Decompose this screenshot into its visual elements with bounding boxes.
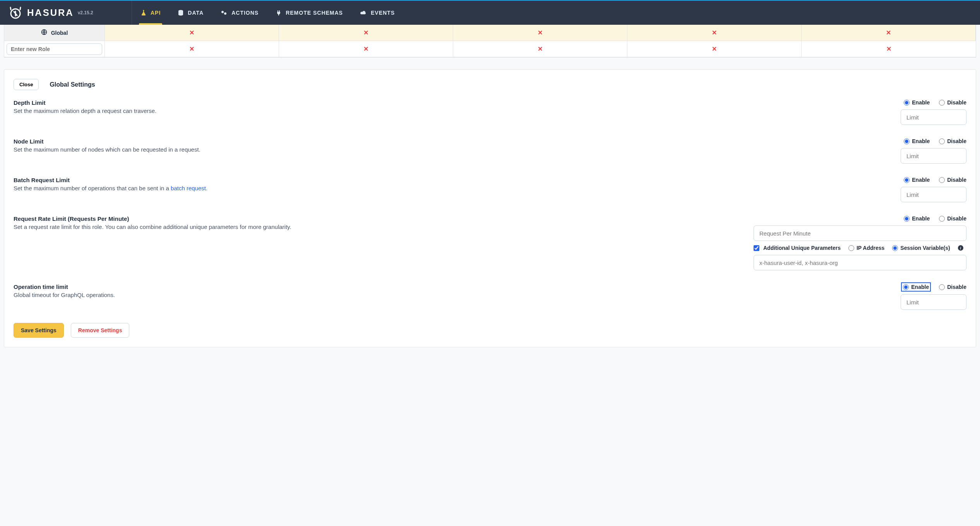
new-role-cell-5[interactable]: ✕ <box>802 41 976 57</box>
setting-op-time-limit: Operation time limit Global timeout for … <box>14 283 966 310</box>
nav-data-label: DATA <box>188 10 204 16</box>
svg-point-3 <box>224 12 226 15</box>
setting-batch-limit: Batch Request Limit Set the maximum numb… <box>14 177 966 202</box>
ip-address-radio[interactable]: IP Address <box>848 245 884 251</box>
cross-icon: ✕ <box>538 45 543 53</box>
batch-enable-radio[interactable]: Enable <box>904 177 930 183</box>
global-settings-card: Close Global Settings Depth Limit Set th… <box>4 69 976 347</box>
nav-remote-schemas-label: REMOTE SCHEMAS <box>286 10 343 16</box>
nav-events[interactable]: EVENTS <box>351 1 403 25</box>
cross-icon: ✕ <box>363 29 368 36</box>
global-cell-3[interactable]: ✕ <box>453 25 627 41</box>
top-nav: HASURA v2.15.2 API DATA ACTIONS REMOTE S… <box>0 0 980 25</box>
optime-enable-radio[interactable]: Enable <box>902 283 930 290</box>
depth-limit-title: Depth Limit <box>14 99 901 106</box>
plug-icon <box>276 10 282 16</box>
nav-actions-label: ACTIONS <box>231 10 259 16</box>
new-role-cell-4[interactable]: ✕ <box>627 41 802 57</box>
database-icon <box>178 10 184 16</box>
enable-label: Enable <box>912 99 930 106</box>
cross-icon: ✕ <box>886 29 891 36</box>
cross-icon: ✕ <box>538 29 543 36</box>
disable-label: Disable <box>947 284 966 290</box>
cross-icon: ✕ <box>189 45 194 53</box>
batch-request-link[interactable]: batch request. <box>171 185 207 191</box>
brand-name: HASURA <box>27 7 74 18</box>
optime-limit-input[interactable] <box>901 294 966 310</box>
new-role-cell <box>4 41 105 57</box>
disable-label: Disable <box>947 138 966 144</box>
close-button[interactable]: Close <box>14 79 39 90</box>
node-enable-radio[interactable]: Enable <box>904 138 930 144</box>
optime-disable-radio[interactable]: Disable <box>939 284 966 290</box>
new-role-input[interactable] <box>7 43 102 55</box>
flask-icon <box>140 10 147 16</box>
enable-label: Enable <box>912 215 930 222</box>
global-role-cell[interactable]: Global <box>4 25 105 41</box>
cross-icon: ✕ <box>189 29 194 36</box>
cross-icon: ✕ <box>886 45 891 53</box>
cross-icon: ✕ <box>712 29 717 36</box>
depth-disable-radio[interactable]: Disable <box>939 99 966 106</box>
aup-checkbox[interactable]: Additional Unique Parameters <box>754 245 841 251</box>
enable-label: Enable <box>912 177 930 183</box>
roles-table: Global ✕ ✕ ✕ ✕ ✕ ✕ ✕ ✕ ✕ ✕ <box>4 25 976 58</box>
card-title: Global Settings <box>50 81 95 88</box>
gears-icon <box>221 10 228 16</box>
nav-events-label: EVENTS <box>371 10 395 16</box>
new-role-cell-3[interactable]: ✕ <box>453 41 627 57</box>
rate-disable-radio[interactable]: Disable <box>939 215 966 222</box>
node-disable-radio[interactable]: Disable <box>939 138 966 144</box>
hasura-logo-icon <box>9 6 22 20</box>
session-label: Session Variable(s) <box>900 245 950 251</box>
nav-actions[interactable]: ACTIONS <box>212 1 267 25</box>
nav-data[interactable]: DATA <box>169 1 212 25</box>
setting-depth-limit: Depth Limit Set the maximum relation dep… <box>14 99 966 125</box>
optime-title: Operation time limit <box>14 283 901 290</box>
action-buttons: Save Settings Remove Settings <box>14 323 966 338</box>
depth-limit-input[interactable] <box>901 109 966 125</box>
disable-label: Disable <box>947 99 966 106</box>
cross-icon: ✕ <box>363 45 368 53</box>
setting-rate-limit: Request Rate Limit (Requests Per Minute)… <box>14 215 966 270</box>
rate-enable-radio[interactable]: Enable <box>904 215 930 222</box>
main-nav: API DATA ACTIONS REMOTE SCHEMAS EVENTS <box>132 1 403 25</box>
global-label: Global <box>51 30 68 36</box>
enable-label: Enable <box>912 138 930 144</box>
info-icon[interactable]: i <box>958 245 963 251</box>
global-cell-2[interactable]: ✕ <box>279 25 453 41</box>
global-cell-4[interactable]: ✕ <box>627 25 802 41</box>
batch-limit-title: Batch Request Limit <box>14 177 901 183</box>
cross-icon: ✕ <box>712 45 717 53</box>
global-cell-5[interactable]: ✕ <box>802 25 976 41</box>
depth-limit-desc: Set the maximum relation depth a request… <box>14 108 901 114</box>
optime-desc: Global timeout for GraphQL operations. <box>14 292 901 298</box>
setting-node-limit: Node Limit Set the maximum number of nod… <box>14 138 966 164</box>
remove-settings-button[interactable]: Remove Settings <box>71 323 130 338</box>
aup-label: Additional Unique Parameters <box>763 245 841 251</box>
rpm-input[interactable] <box>754 225 966 241</box>
rate-limit-title: Request Rate Limit (Requests Per Minute) <box>14 215 754 222</box>
nav-api[interactable]: API <box>132 1 169 25</box>
svg-point-2 <box>221 11 224 13</box>
depth-enable-radio[interactable]: Enable <box>904 99 930 106</box>
enable-label: Enable <box>911 284 929 290</box>
cloud-icon <box>360 10 367 15</box>
ip-label: IP Address <box>857 245 884 251</box>
session-variable-radio[interactable]: Session Variable(s) <box>892 245 950 251</box>
nav-api-label: API <box>151 10 161 16</box>
nav-remote-schemas[interactable]: REMOTE SCHEMAS <box>267 1 351 25</box>
batch-limit-input[interactable] <box>901 187 966 202</box>
node-limit-desc: Set the maximum number of nodes which ca… <box>14 146 901 153</box>
node-limit-input[interactable] <box>901 148 966 164</box>
brand[interactable]: HASURA v2.15.2 <box>0 6 132 20</box>
batch-limit-desc: Set the maximum number of operations tha… <box>14 185 901 191</box>
disable-label: Disable <box>947 215 966 222</box>
session-variables-input[interactable] <box>754 255 966 270</box>
new-role-cell-2[interactable]: ✕ <box>279 41 453 57</box>
brand-version: v2.15.2 <box>78 10 93 15</box>
save-settings-button[interactable]: Save Settings <box>14 323 64 338</box>
global-cell-1[interactable]: ✕ <box>105 25 279 41</box>
new-role-cell-1[interactable]: ✕ <box>105 41 279 57</box>
batch-disable-radio[interactable]: Disable <box>939 177 966 183</box>
